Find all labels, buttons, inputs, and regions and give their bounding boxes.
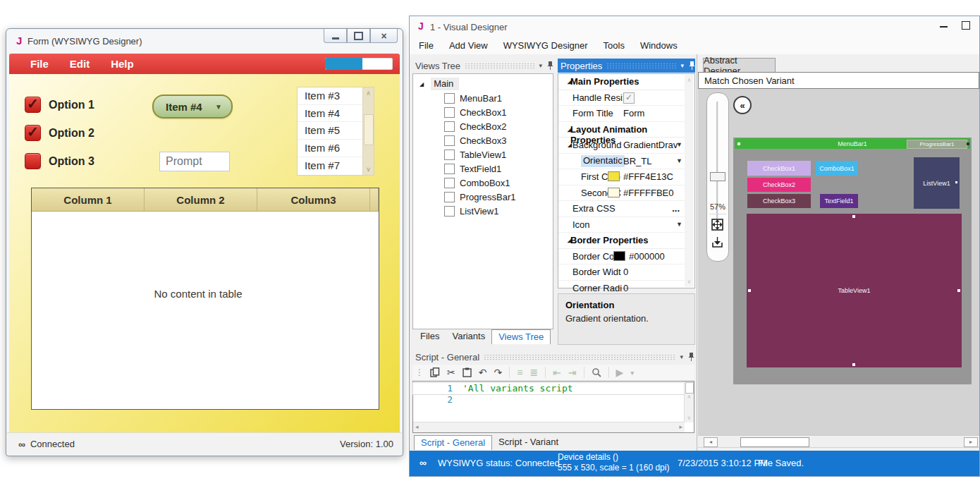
selection-handle[interactable] <box>737 142 740 145</box>
format-block-icon[interactable]: ≣ <box>529 367 538 378</box>
chevron-down-icon[interactable]: ▾ <box>680 353 683 360</box>
tree-checkbox[interactable] <box>444 121 455 132</box>
format-lines-icon[interactable]: ≡ <box>517 367 522 378</box>
canvas-widget-checkbox2[interactable]: CheckBox2 <box>747 178 811 192</box>
fit-download-icon[interactable] <box>711 236 723 248</box>
item-combobox[interactable]: Item #4 ▼ <box>152 95 233 118</box>
scroll-right-button[interactable]: ▸ <box>964 437 978 447</box>
property-value[interactable]: 0 <box>623 283 628 293</box>
variant-selector[interactable]: Match Chosen Variant <box>698 72 979 89</box>
designer-titlebar[interactable]: J 1 - Visual Designer <box>410 16 979 36</box>
list-item[interactable]: Item #3 <box>298 87 369 105</box>
menu-wysiwyg-designer[interactable]: WYSIWYG Designer <box>503 40 588 51</box>
property-group-main[interactable]: ◢Main Properties <box>558 74 685 90</box>
tree-item-combobox1[interactable]: ComboBox1 <box>413 176 553 190</box>
list-item[interactable]: Item #7 <box>298 157 369 174</box>
tree-checkbox[interactable] <box>444 206 455 217</box>
tab-abstract-designer[interactable]: Abstract Designer <box>703 58 776 73</box>
selection-handle[interactable] <box>852 363 855 366</box>
scroll-left-icon[interactable]: ◂ <box>415 423 419 430</box>
tab-script-general[interactable]: Script - General <box>414 435 492 450</box>
undo-icon[interactable]: ↶ <box>479 367 487 378</box>
outdent-icon[interactable]: ⇤ <box>553 367 561 378</box>
editor-vertical-scrollbar[interactable]: ∧ ∨ <box>684 382 694 422</box>
properties-scrollbar[interactable]: ∧ ∨ <box>685 75 694 287</box>
form-titlebar[interactable]: J Form (WYSIWYG Designer) × <box>6 29 403 54</box>
scroll-down-icon[interactable]: ∨ <box>363 166 374 173</box>
tree-checkbox[interactable] <box>444 178 455 188</box>
scrollbar-thumb[interactable] <box>685 382 694 394</box>
canvas-widget-checkbox1[interactable]: CheckBox1 <box>747 161 811 176</box>
property-value[interactable]: 0 <box>623 267 628 277</box>
script-editor[interactable]: 1 'All variants script 2 ∧ ∨ ◂ ▸ <box>412 381 694 433</box>
indent-icon[interactable]: ⇥ <box>568 367 577 378</box>
tree-item-checkbox2[interactable]: CheckBox2 <box>413 119 553 133</box>
copy-icon[interactable] <box>430 367 440 377</box>
color-swatch[interactable] <box>608 188 620 197</box>
tree-item-checkbox1[interactable]: CheckBox1 <box>413 105 553 119</box>
pin-icon[interactable] <box>689 61 695 70</box>
tree-checkbox[interactable] <box>444 150 455 160</box>
editor-horizontal-scrollbar[interactable]: ◂ ▸ <box>413 422 685 432</box>
handle-resize-checkbox[interactable]: ✓ <box>623 92 635 104</box>
canvas-widget-menubar1[interactable]: MenuBar1 ProgressBar1 <box>735 138 970 149</box>
menu-tools[interactable]: Tools <box>604 40 625 51</box>
chevron-down-icon[interactable]: ▾ <box>680 62 684 69</box>
property-value[interactable]: #000000 <box>629 251 665 262</box>
list-item[interactable]: Item #4 <box>298 105 369 123</box>
canvas-widget-combobox1[interactable]: ComboBox1 <box>816 161 858 176</box>
scroll-up-icon[interactable]: ∧ <box>685 77 694 83</box>
property-value[interactable]: #FFFFFBE0 <box>623 188 674 198</box>
tree-item-progressbar1[interactable]: ProgressBar1 <box>413 190 553 204</box>
collapse-panel-button[interactable]: « <box>733 96 752 114</box>
column-header[interactable]: Column3 <box>257 188 370 211</box>
option3-checkbox[interactable] <box>25 153 41 169</box>
minimize-button[interactable] <box>940 26 948 28</box>
column-header[interactable]: Column 2 <box>145 188 257 211</box>
scroll-down-icon[interactable]: ∨ <box>685 279 694 285</box>
menu-help[interactable]: Help <box>111 58 134 70</box>
pin-icon[interactable] <box>547 61 553 70</box>
drag-handle-icon[interactable]: ⋮ <box>415 367 423 377</box>
tree-checkbox[interactable] <box>444 107 455 118</box>
list-item[interactable]: Item #5 <box>298 122 369 140</box>
slider-track[interactable] <box>716 102 718 219</box>
canvas-widget-progressbar1[interactable]: ProgressBar1 <box>907 140 967 149</box>
expander-icon[interactable]: ◢ <box>419 81 424 87</box>
scroll-down-icon[interactable]: ∨ <box>685 415 694 421</box>
option1-checkbox[interactable]: ✓ <box>25 97 41 113</box>
tree-checkbox[interactable] <box>444 135 455 146</box>
properties-panel-header[interactable]: Properties ▾ <box>558 59 695 73</box>
menu-file[interactable]: File <box>30 58 49 70</box>
canvas-widget-textfield1[interactable]: TextField1 <box>820 194 858 208</box>
pin-icon[interactable] <box>688 353 694 361</box>
tree-checkbox[interactable] <box>444 164 455 174</box>
canvas-widget-listview1[interactable]: ListView1 <box>914 157 960 209</box>
pan-mode-icon[interactable] <box>711 219 723 231</box>
menu-file[interactable]: File <box>419 40 434 51</box>
property-group-border[interactable]: ◢Border Properties <box>558 233 685 249</box>
chevron-down-icon[interactable]: ▼ <box>676 221 682 228</box>
designer-horizontal-scrollbar[interactable]: ◂ ▸ <box>698 435 979 447</box>
selection-handle[interactable] <box>955 181 957 183</box>
tree-root-main[interactable]: ◢ Main <box>413 77 553 91</box>
tree-item-checkbox3[interactable]: CheckBox3 <box>413 133 553 147</box>
scroll-up-icon[interactable]: ∧ <box>685 394 694 400</box>
menu-windows[interactable]: Windows <box>640 40 678 51</box>
list-item[interactable]: Item #6 <box>298 140 369 157</box>
property-value[interactable]: GradientDrav <box>623 140 678 150</box>
column-header[interactable]: Column 1 <box>32 188 145 211</box>
tab-views-tree[interactable]: Views Tree <box>491 329 551 344</box>
maximize-button[interactable] <box>962 21 970 30</box>
chevron-down-icon[interactable]: ▾ <box>539 62 542 69</box>
cut-icon[interactable]: ✂ <box>447 367 455 378</box>
tree-checkbox[interactable] <box>444 93 455 104</box>
list-scrollbar[interactable]: ∧ ∨ <box>362 87 374 175</box>
selection-handle[interactable] <box>748 289 751 292</box>
toolbar-overflow-icon[interactable]: ▾ <box>630 369 634 377</box>
tab-files[interactable]: Files <box>414 329 446 344</box>
scroll-up-icon[interactable]: ∧ <box>363 90 374 97</box>
scrollbar-thumb[interactable] <box>740 437 809 447</box>
chevron-down-icon[interactable]: ▼ <box>676 157 682 164</box>
chevron-down-icon[interactable]: ▼ <box>676 141 682 148</box>
